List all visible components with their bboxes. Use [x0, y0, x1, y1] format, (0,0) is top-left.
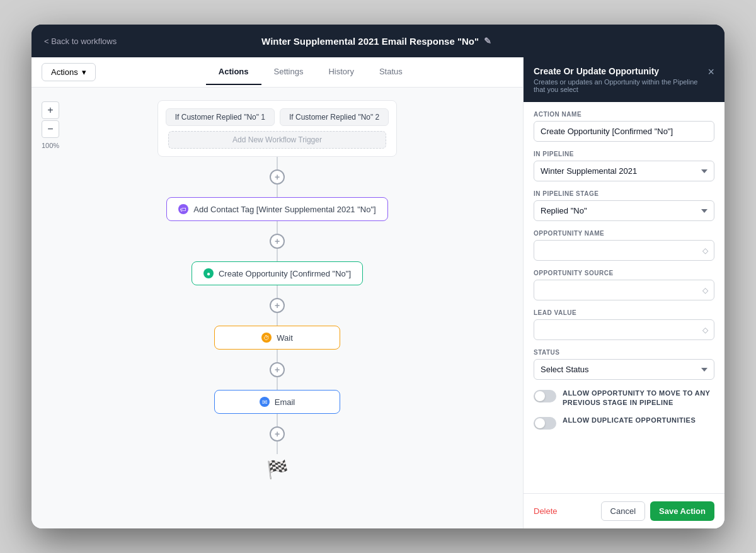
zoom-controls: + − 100% — [42, 101, 59, 149]
lead-value-field-group: LEAD VALUE ◇ — [534, 309, 714, 340]
back-to-workflows[interactable]: < Back to workflows — [44, 37, 117, 46]
toggle-row-1: ALLOW OPPORTUNITY TO MOVE TO ANY PREVIOU… — [534, 389, 714, 408]
connector-3: + — [270, 285, 285, 326]
add-node-button-4[interactable]: + — [270, 362, 285, 377]
add-node-button-3[interactable]: + — [270, 298, 285, 313]
add-trigger-button[interactable]: Add New Workflow Trigger — [168, 131, 386, 149]
add-node-button-2[interactable]: + — [270, 234, 285, 249]
workflow-title: Winter Supplemental 2021 Email Response … — [261, 36, 491, 47]
opportunity-name-icon: ◇ — [702, 246, 708, 255]
in-pipeline-select[interactable]: Winter Supplemental 2021 — [534, 161, 714, 181]
status-label: STATUS — [534, 349, 714, 356]
actions-dropdown-button[interactable]: Actions ▾ — [42, 63, 96, 81]
connector-2: + — [270, 221, 285, 261]
panel-header: Create Or Update Opportunity Creates or … — [524, 57, 724, 102]
delete-button[interactable]: Delete — [534, 506, 558, 516]
right-panel: Create Or Update Opportunity Creates or … — [523, 57, 724, 528]
pipeline-stage-field-group: IN PIPELINE STAGE Replied "No" — [534, 190, 714, 221]
opportunity-source-input[interactable] — [534, 280, 714, 300]
tab-actions[interactable]: Actions — [206, 59, 261, 85]
trigger-row: If Customer Replied "No" 1 If Customer R… — [168, 108, 386, 126]
opportunity-name-field-group: OPPORTUNITY NAME ◇ — [534, 230, 714, 261]
toggle-label-2: ALLOW DUPLICATE OPPORTUNITIES — [563, 416, 696, 425]
in-pipeline-field-group: IN PIPELINE Winter Supplemental 2021 — [534, 151, 714, 181]
wait-icon: ⏱ — [261, 333, 272, 343]
action-name-field-group: ACTION NAME — [534, 111, 714, 142]
toggle-duplicate[interactable] — [534, 417, 556, 430]
connector-5: + — [270, 414, 285, 454]
edit-title-icon[interactable]: ✎ — [484, 36, 491, 46]
lead-value-icon: ◇ — [702, 326, 708, 334]
zoom-label: 100% — [42, 142, 59, 149]
tab-history[interactable]: History — [316, 59, 366, 85]
connector-1: + — [270, 157, 285, 197]
opportunity-name-label: OPPORTUNITY NAME — [534, 230, 714, 237]
panel-close-button[interactable]: × — [707, 66, 714, 77]
lead-value-label: LEAD VALUE — [534, 309, 714, 316]
toggle-row-2: ALLOW DUPLICATE OPPORTUNITIES — [534, 416, 714, 430]
status-select[interactable]: Select Status — [534, 359, 714, 380]
screen-wrapper: < Back to workflows Winter Supplemental … — [32, 25, 724, 528]
workflow-canvas: If Customer Replied "No" 1 If Customer R… — [32, 88, 523, 528]
email-icon: ✉ — [260, 397, 270, 407]
opportunity-icon: ● — [203, 268, 214, 278]
opportunity-source-label: OPPORTUNITY SOURCE — [534, 270, 714, 276]
panel-title: Create Or Update Opportunity — [534, 66, 707, 76]
panel-subtitle: Creates or updates an Opportunity within… — [534, 78, 707, 93]
opportunity-source-input-wrapper: ◇ — [534, 280, 714, 300]
footer-actions: Cancel Save Action — [601, 501, 714, 521]
top-bar: < Back to workflows Winter Supplemental … — [32, 25, 724, 57]
opportunity-action-node[interactable]: ● Create Opportunity [Confirmed "No"] — [192, 261, 363, 285]
finish-flag: 🏁 — [266, 459, 289, 480]
pipeline-stage-select[interactable]: Replied "No" — [534, 200, 714, 221]
add-node-button-5[interactable]: + — [270, 426, 285, 442]
panel-footer: Delete Cancel Save Action — [524, 493, 724, 528]
toggle-label-1: ALLOW OPPORTUNITY TO MOVE TO ANY PREVIOU… — [563, 389, 714, 408]
tab-status[interactable]: Status — [367, 59, 415, 85]
action-name-label: ACTION NAME — [534, 111, 714, 118]
opportunity-source-field-group: OPPORTUNITY SOURCE ◇ — [534, 270, 714, 300]
action-name-input[interactable] — [534, 121, 714, 142]
tab-bar: Actions ▾ Actions Settings History Statu… — [32, 57, 523, 88]
trigger-chip-1[interactable]: If Customer Replied "No" 1 — [166, 108, 275, 126]
tab-group: Actions Settings History Status — [206, 59, 415, 85]
pipeline-stage-label: IN PIPELINE STAGE — [534, 190, 714, 197]
tab-settings[interactable]: Settings — [261, 59, 316, 85]
status-field-group: STATUS Select Status — [534, 349, 714, 380]
zoom-plus-button[interactable]: + — [42, 101, 59, 119]
opportunity-name-input-wrapper: ◇ — [534, 240, 714, 261]
tag-icon: 🏷 — [178, 204, 188, 214]
zoom-minus-button[interactable]: − — [42, 120, 59, 138]
opportunity-name-input[interactable] — [534, 240, 714, 261]
opportunity-source-icon: ◇ — [702, 286, 708, 295]
add-node-button-1[interactable]: + — [270, 169, 285, 185]
in-pipeline-label: IN PIPELINE — [534, 151, 714, 157]
wait-action-node[interactable]: ⏱ Wait — [214, 326, 340, 350]
canvas-area: Actions ▾ Actions Settings History Statu… — [32, 57, 523, 528]
save-action-button[interactable]: Save Action — [650, 501, 714, 521]
trigger-box: If Customer Replied "No" 1 If Customer R… — [158, 100, 397, 157]
connector-4: + — [270, 350, 285, 390]
tag-action-node[interactable]: 🏷 Add Contact Tag [Winter Supplemental 2… — [166, 197, 387, 221]
cancel-button[interactable]: Cancel — [601, 501, 645, 521]
panel-body: ACTION NAME IN PIPELINE Winter Supplemen… — [524, 102, 724, 493]
email-action-node[interactable]: ✉ Email — [214, 390, 340, 414]
main-area: Actions ▾ Actions Settings History Statu… — [32, 57, 724, 528]
toggle-previous-stage[interactable] — [534, 390, 556, 402]
lead-value-input[interactable] — [534, 319, 714, 340]
lead-value-input-wrapper: ◇ — [534, 319, 714, 340]
trigger-chip-2[interactable]: If Customer Replied "No" 2 — [280, 108, 389, 126]
